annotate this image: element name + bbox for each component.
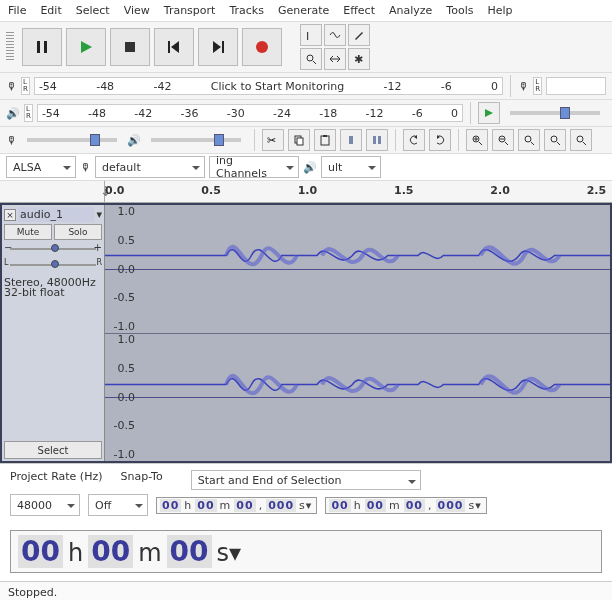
pause-button[interactable]: [22, 28, 62, 66]
skip-start-button[interactable]: [154, 28, 194, 66]
paste-button[interactable]: [314, 129, 336, 151]
time-position-display[interactable]: 00h00m00s▾: [10, 530, 602, 573]
trim-button[interactable]: [340, 129, 362, 151]
playback-device-combo[interactable]: ult: [321, 156, 381, 178]
redo-button[interactable]: [429, 129, 451, 151]
svg-point-35: [577, 136, 583, 142]
svg-line-11: [313, 61, 316, 64]
menu-tracks[interactable]: Tracks: [229, 4, 264, 17]
menu-file[interactable]: File: [8, 4, 26, 17]
svg-marker-7: [213, 41, 221, 53]
menu-transport[interactable]: Transport: [164, 4, 216, 17]
track-gain-slider[interactable]: −+: [4, 242, 102, 256]
project-rate-label: Project Rate (Hz): [10, 470, 102, 490]
playback-meter[interactable]: -54-48-42-36-30-24-18-12-60: [37, 104, 463, 122]
svg-line-30: [505, 142, 508, 145]
selection-start-time[interactable]: 00h00m00,000s▾: [156, 497, 317, 514]
menu-analyze[interactable]: Analyze: [389, 4, 432, 17]
play-lr-label: LR: [533, 77, 542, 95]
zoom-toggle-button[interactable]: [570, 129, 592, 151]
menu-view[interactable]: View: [124, 4, 150, 17]
solo-button[interactable]: Solo: [54, 224, 102, 240]
waveform-right[interactable]: [105, 334, 610, 462]
speaker-icon-2: 🔊: [127, 134, 141, 147]
record-button[interactable]: [242, 28, 282, 66]
skip-end-button[interactable]: [198, 28, 238, 66]
project-rate-combo[interactable]: 48000: [10, 494, 80, 516]
timeshift-tool-icon[interactable]: [324, 48, 346, 70]
mic-icon-2: 🎙: [518, 80, 529, 93]
svg-text:✂: ✂: [267, 134, 276, 146]
mute-button[interactable]: Mute: [4, 224, 52, 240]
snap-to-label: Snap-To: [120, 470, 162, 490]
svg-marker-2: [81, 41, 92, 53]
recording-meter[interactable]: -54-48-42Click to Start Monitoring-12-60: [34, 77, 503, 95]
menu-edit[interactable]: Edit: [40, 4, 61, 17]
svg-rect-6: [222, 41, 224, 53]
svg-rect-17: [321, 136, 329, 145]
menu-effect[interactable]: Effect: [343, 4, 375, 17]
speaker-icon-3: 🔊: [303, 161, 317, 174]
svg-line-34: [557, 142, 560, 145]
menu-select[interactable]: Select: [76, 4, 110, 17]
svg-rect-18: [323, 135, 327, 137]
svg-marker-13: [485, 109, 493, 117]
zoom-in-button[interactable]: [466, 129, 488, 151]
play-at-speed-button[interactable]: [478, 102, 500, 124]
svg-line-32: [531, 142, 534, 145]
undo-button[interactable]: [403, 129, 425, 151]
mixer-toolbar: 🎙 🔊 ✂: [0, 127, 612, 154]
svg-marker-5: [171, 41, 179, 53]
mic-icon: 🎙: [6, 80, 17, 93]
svg-point-31: [525, 136, 531, 142]
silence-button[interactable]: [366, 129, 388, 151]
svg-text:✱: ✱: [354, 53, 363, 65]
track-area: × audio_1 ▾ Mute Solo −+ LR Stereo, 4800…: [0, 203, 612, 463]
play-button[interactable]: [66, 28, 106, 66]
selection-end-time[interactable]: 00h00m00,000s▾: [325, 497, 486, 514]
svg-rect-4: [168, 41, 170, 53]
rec-lr-label: LR: [21, 77, 30, 95]
cut-button[interactable]: ✂: [262, 129, 284, 151]
svg-point-10: [307, 55, 313, 61]
stop-button[interactable]: [110, 28, 150, 66]
fit-selection-button[interactable]: [518, 129, 540, 151]
timeline-ruler[interactable]: ⇣ 0.0 0.5 1.0 1.5 2.0 2.5: [0, 181, 612, 203]
envelope-tool-icon[interactable]: [324, 24, 346, 46]
svg-rect-19: [349, 136, 353, 144]
play-speed-slider[interactable]: [510, 111, 600, 115]
fit-project-button[interactable]: [544, 129, 566, 151]
svg-text:I: I: [306, 30, 309, 41]
track-info: Stereo, 48000Hz32-bit float: [4, 278, 102, 298]
menu-generate[interactable]: Generate: [278, 4, 329, 17]
recording-channels-combo[interactable]: ing Channels: [209, 156, 299, 178]
rec-mini-meter[interactable]: [546, 77, 606, 95]
selection-format-combo[interactable]: Start and End of Selection: [191, 470, 421, 490]
waveform-left[interactable]: [105, 205, 610, 334]
toolbar-grip[interactable]: [6, 32, 14, 62]
menu-tools[interactable]: Tools: [446, 4, 473, 17]
zoom-tool-icon[interactable]: [300, 48, 322, 70]
menubar: File Edit Select View Transport Tracks G…: [0, 0, 612, 22]
svg-rect-1: [44, 41, 47, 53]
recording-volume-slider[interactable]: [27, 138, 117, 142]
svg-rect-20: [373, 136, 376, 144]
track-select-button[interactable]: Select: [4, 441, 102, 459]
track-pan-slider[interactable]: LR: [4, 258, 102, 272]
playback-volume-slider[interactable]: [151, 138, 241, 142]
multi-tool-icon[interactable]: ✱: [348, 48, 370, 70]
copy-button[interactable]: [288, 129, 310, 151]
waveform-area[interactable]: 1.00.50.0-0.5-1.0 1.00.50.0-0.5-1.0: [105, 205, 610, 461]
track-menu-icon[interactable]: ▾: [96, 208, 102, 221]
zoom-out-button[interactable]: [492, 129, 514, 151]
track-name[interactable]: audio_1: [18, 207, 94, 222]
selection-tool-icon[interactable]: I: [300, 24, 322, 46]
snap-to-combo[interactable]: Off: [88, 494, 148, 516]
draw-tool-icon[interactable]: [348, 24, 370, 46]
recording-device-combo[interactable]: default: [95, 156, 205, 178]
svg-rect-16: [297, 138, 303, 145]
menu-help[interactable]: Help: [487, 4, 512, 17]
svg-point-8: [256, 41, 268, 53]
audio-host-combo[interactable]: ALSA: [6, 156, 76, 178]
track-close-button[interactable]: ×: [4, 209, 16, 221]
